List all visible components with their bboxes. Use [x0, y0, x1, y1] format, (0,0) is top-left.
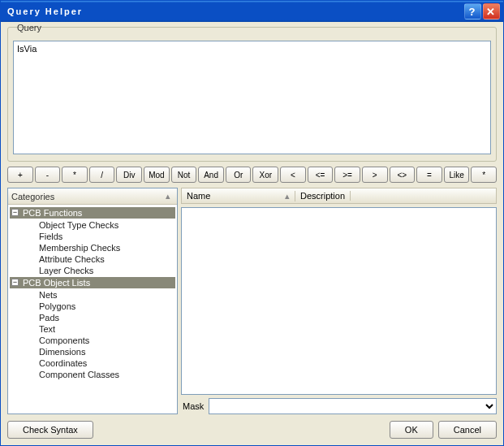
tree-item[interactable]: Membership Checks [10, 242, 175, 253]
categories-header-label: Categories [11, 192, 162, 201]
op-and-button[interactable]: And [198, 167, 224, 183]
tree-item[interactable]: Fields [10, 231, 175, 242]
operator-row: + - * / Div Mod Not And Or Xor < <= >= >… [7, 165, 497, 184]
collapse-icon[interactable]: − [11, 279, 19, 286]
op-or-button[interactable]: Or [226, 167, 252, 183]
op-eq-button[interactable]: = [416, 167, 442, 183]
titlebar: Query Helper ? ✕ [1, 1, 503, 22]
ok-button[interactable]: OK [390, 421, 433, 439]
tree-group-pcb-functions[interactable]: − PCB Functions [10, 207, 175, 219]
categories-panel: Categories ▴ − PCB Functions Object Type… [7, 188, 178, 414]
window-title: Query Helper [7, 6, 463, 16]
mask-label: Mask [181, 401, 204, 411]
list-body[interactable] [181, 207, 497, 395]
collapse-icon[interactable]: − [11, 209, 19, 216]
query-input[interactable] [13, 41, 491, 154]
footer: Check Syntax OK Cancel [7, 418, 497, 439]
op-div-button[interactable]: / [89, 167, 115, 183]
sort-asc-icon: ▴ [285, 191, 290, 201]
op-not-button[interactable]: Not [171, 167, 197, 183]
close-button[interactable]: ✕ [483, 3, 500, 19]
op-lte-button[interactable]: <= [308, 167, 334, 183]
desc-column-header[interactable]: Description [295, 191, 351, 201]
op-xor-button[interactable]: Xor [252, 167, 278, 183]
op-lt-button[interactable]: < [280, 167, 306, 183]
tree-item[interactable]: Nets [10, 289, 175, 301]
cancel-button[interactable]: Cancel [438, 421, 497, 439]
tree-item[interactable]: Layer Checks [10, 265, 175, 276]
op-mod-button[interactable]: Mod [144, 167, 170, 183]
content-area: Query + - * / Div Mod Not And Or Xor < <… [1, 22, 503, 445]
categories-tree[interactable]: − PCB Functions Object Type Checks Field… [8, 205, 177, 414]
op-gte-button[interactable]: >= [334, 167, 360, 183]
tree-group-pcb-object-lists[interactable]: − PCB Object Lists [10, 277, 175, 288]
help-button[interactable]: ? [464, 3, 481, 19]
tree-item[interactable]: Component Classes [10, 369, 175, 380]
op-gt-button[interactable]: > [362, 167, 388, 183]
tree-item[interactable]: Components [10, 335, 175, 346]
check-syntax-button[interactable]: Check Syntax [7, 421, 93, 439]
tree-group-label: PCB Object Lists [23, 278, 90, 288]
op-plus-button[interactable]: + [7, 167, 33, 183]
tree-item[interactable]: Dimensions [10, 346, 175, 357]
right-panel: Name ▴ Description Mask [181, 188, 497, 414]
footer-right: OK Cancel [390, 421, 497, 439]
sort-asc-icon: ▴ [162, 191, 174, 201]
query-group: Query [7, 27, 497, 162]
mask-row: Mask [181, 398, 497, 414]
mask-select[interactable] [209, 398, 497, 414]
op-neq-button[interactable]: <> [390, 167, 416, 183]
lower-panels: Categories ▴ − PCB Functions Object Type… [7, 188, 497, 414]
tree-item[interactable]: Coordinates [10, 357, 175, 369]
op-minus-button[interactable]: - [35, 167, 61, 183]
list-header: Name ▴ Description [181, 188, 497, 204]
op-star-button[interactable]: * [471, 167, 497, 183]
op-like-button[interactable]: Like [444, 167, 470, 183]
categories-header[interactable]: Categories ▴ [8, 188, 177, 205]
query-helper-window: Query Helper ? ✕ Query + - * / Div Mod N… [0, 0, 504, 446]
tree-item[interactable]: Attribute Checks [10, 253, 175, 265]
tree-item[interactable]: Polygons [10, 301, 175, 312]
op-mult-button[interactable]: * [62, 167, 88, 183]
tree-item[interactable]: Text [10, 323, 175, 335]
tree-group-label: PCB Functions [23, 208, 82, 218]
tree-item[interactable]: Object Type Checks [10, 219, 175, 231]
tree-item[interactable]: Pads [10, 312, 175, 323]
op-intdiv-button[interactable]: Div [116, 167, 142, 183]
name-column-header[interactable]: Name ▴ [182, 191, 295, 201]
